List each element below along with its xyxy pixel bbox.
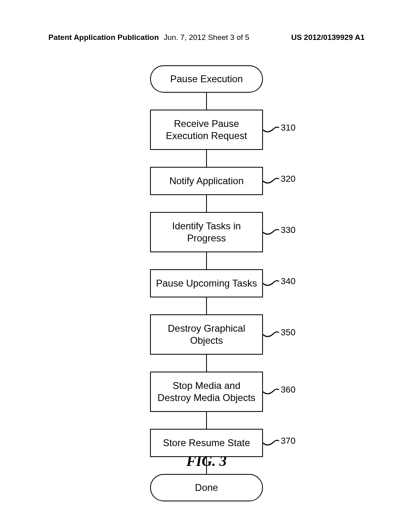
reference-hook: 310 — [263, 124, 296, 136]
reference-hook: 320 — [263, 175, 296, 187]
flowchart-start-terminal: Pause Execution — [150, 65, 263, 93]
reference-label: 360 — [281, 384, 296, 395]
flowchart-step: Identify Tasks in Progress 330 — [150, 212, 263, 252]
flowchart-step-box: Receive Pause Execution Request — [150, 110, 263, 150]
reference-hook: 370 — [263, 437, 296, 449]
header-left: Patent Application Publication — [48, 33, 159, 42]
flowchart-connector — [206, 252, 207, 269]
reference-label: 330 — [281, 225, 296, 235]
flowchart-step-box: Identify Tasks in Progress — [150, 212, 263, 252]
page-header: Patent Application Publication Jun. 7, 2… — [0, 33, 413, 42]
reference-hook: 350 — [263, 328, 296, 341]
figure-label: FIG. 3 — [186, 453, 227, 470]
flowchart-connector — [206, 297, 207, 314]
flowchart-connector — [206, 195, 207, 212]
reference-hook: 360 — [263, 386, 296, 398]
reference-label: 340 — [281, 276, 296, 287]
flowchart-step: Pause Upcoming Tasks 340 — [150, 269, 263, 297]
reference-hook: 340 — [263, 277, 296, 289]
flowchart-end-terminal: Done — [150, 474, 263, 501]
header-right: US 2012/0139929 A1 — [291, 33, 365, 42]
flowchart-step-box: Notify Application — [150, 167, 263, 195]
reference-label: 310 — [281, 123, 296, 133]
flowchart-step: Notify Application 320 — [150, 167, 263, 195]
reference-label: 320 — [281, 174, 296, 184]
reference-label: 350 — [281, 327, 296, 338]
flowchart-step-box: Pause Upcoming Tasks — [150, 269, 263, 297]
flowchart-step: Destroy Graphical Objects 350 — [150, 314, 263, 355]
flowchart-step-box: Stop Media and Destroy Media Objects — [150, 372, 263, 412]
flowchart-step: Stop Media and Destroy Media Objects 360 — [150, 372, 263, 412]
flowchart-connector — [206, 93, 207, 110]
flowchart-step-box: Destroy Graphical Objects — [150, 314, 263, 355]
flowchart: Pause Execution Receive Pause Execution … — [118, 65, 295, 501]
flowchart-connector — [206, 150, 207, 167]
flowchart-step: Receive Pause Execution Request 310 — [150, 110, 263, 150]
reference-label: 370 — [281, 436, 296, 446]
flowchart-connector — [206, 412, 207, 429]
flowchart-connector — [206, 355, 207, 372]
header-center: Jun. 7, 2012 Sheet 3 of 5 — [164, 33, 249, 42]
reference-hook: 330 — [263, 226, 296, 238]
